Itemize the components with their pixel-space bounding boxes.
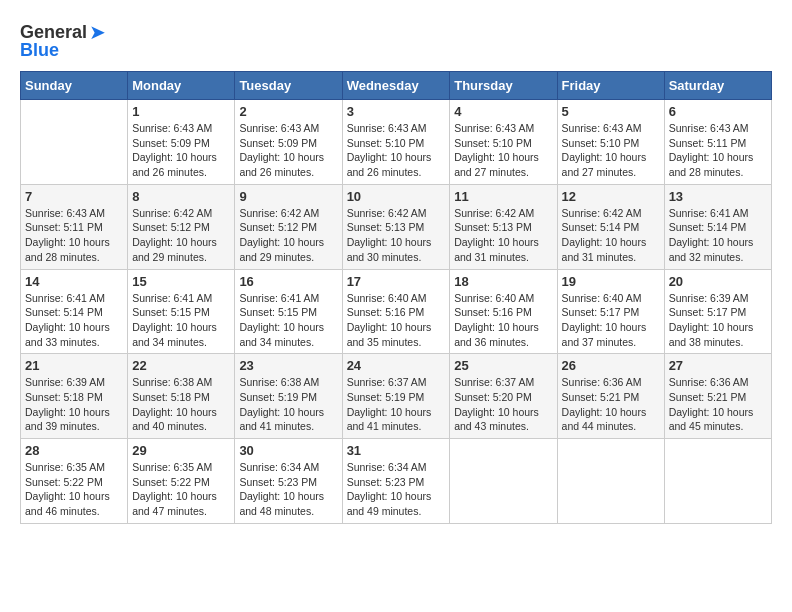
day-number: 27 — [669, 358, 767, 373]
day-info: Sunrise: 6:41 AM Sunset: 5:14 PM Dayligh… — [669, 206, 767, 265]
day-number: 18 — [454, 274, 552, 289]
calendar-cell: 9Sunrise: 6:42 AM Sunset: 5:12 PM Daylig… — [235, 184, 342, 269]
day-number: 1 — [132, 104, 230, 119]
calendar: SundayMondayTuesdayWednesdayThursdayFrid… — [20, 71, 772, 524]
day-number: 7 — [25, 189, 123, 204]
day-info: Sunrise: 6:38 AM Sunset: 5:19 PM Dayligh… — [239, 375, 337, 434]
day-number: 31 — [347, 443, 446, 458]
day-number: 14 — [25, 274, 123, 289]
day-info: Sunrise: 6:43 AM Sunset: 5:11 PM Dayligh… — [669, 121, 767, 180]
calendar-cell: 5Sunrise: 6:43 AM Sunset: 5:10 PM Daylig… — [557, 100, 664, 185]
day-number: 20 — [669, 274, 767, 289]
day-number: 3 — [347, 104, 446, 119]
day-number: 2 — [239, 104, 337, 119]
day-number: 9 — [239, 189, 337, 204]
logo-blue: Blue — [20, 40, 59, 61]
calendar-cell: 31Sunrise: 6:34 AM Sunset: 5:23 PM Dayli… — [342, 439, 450, 524]
day-info: Sunrise: 6:43 AM Sunset: 5:10 PM Dayligh… — [454, 121, 552, 180]
calendar-cell: 6Sunrise: 6:43 AM Sunset: 5:11 PM Daylig… — [664, 100, 771, 185]
day-info: Sunrise: 6:37 AM Sunset: 5:19 PM Dayligh… — [347, 375, 446, 434]
day-number: 24 — [347, 358, 446, 373]
day-info: Sunrise: 6:35 AM Sunset: 5:22 PM Dayligh… — [25, 460, 123, 519]
calendar-cell: 18Sunrise: 6:40 AM Sunset: 5:16 PM Dayli… — [450, 269, 557, 354]
calendar-cell: 30Sunrise: 6:34 AM Sunset: 5:23 PM Dayli… — [235, 439, 342, 524]
day-info: Sunrise: 6:43 AM Sunset: 5:09 PM Dayligh… — [239, 121, 337, 180]
calendar-cell: 4Sunrise: 6:43 AM Sunset: 5:10 PM Daylig… — [450, 100, 557, 185]
day-number: 15 — [132, 274, 230, 289]
day-info: Sunrise: 6:43 AM Sunset: 5:09 PM Dayligh… — [132, 121, 230, 180]
calendar-week-4: 21Sunrise: 6:39 AM Sunset: 5:18 PM Dayli… — [21, 354, 772, 439]
day-header-saturday: Saturday — [664, 72, 771, 100]
calendar-cell: 21Sunrise: 6:39 AM Sunset: 5:18 PM Dayli… — [21, 354, 128, 439]
calendar-cell: 10Sunrise: 6:42 AM Sunset: 5:13 PM Dayli… — [342, 184, 450, 269]
calendar-cell: 24Sunrise: 6:37 AM Sunset: 5:19 PM Dayli… — [342, 354, 450, 439]
day-info: Sunrise: 6:39 AM Sunset: 5:18 PM Dayligh… — [25, 375, 123, 434]
day-number: 8 — [132, 189, 230, 204]
day-header-thursday: Thursday — [450, 72, 557, 100]
calendar-week-3: 14Sunrise: 6:41 AM Sunset: 5:14 PM Dayli… — [21, 269, 772, 354]
header: General ➤ Blue — [20, 20, 772, 61]
day-number: 21 — [25, 358, 123, 373]
day-number: 10 — [347, 189, 446, 204]
calendar-cell: 7Sunrise: 6:43 AM Sunset: 5:11 PM Daylig… — [21, 184, 128, 269]
calendar-cell: 11Sunrise: 6:42 AM Sunset: 5:13 PM Dayli… — [450, 184, 557, 269]
calendar-cell — [450, 439, 557, 524]
day-info: Sunrise: 6:39 AM Sunset: 5:17 PM Dayligh… — [669, 291, 767, 350]
day-header-tuesday: Tuesday — [235, 72, 342, 100]
day-info: Sunrise: 6:43 AM Sunset: 5:10 PM Dayligh… — [347, 121, 446, 180]
day-header-wednesday: Wednesday — [342, 72, 450, 100]
day-info: Sunrise: 6:38 AM Sunset: 5:18 PM Dayligh… — [132, 375, 230, 434]
day-info: Sunrise: 6:34 AM Sunset: 5:23 PM Dayligh… — [239, 460, 337, 519]
calendar-cell: 27Sunrise: 6:36 AM Sunset: 5:21 PM Dayli… — [664, 354, 771, 439]
day-number: 23 — [239, 358, 337, 373]
day-info: Sunrise: 6:34 AM Sunset: 5:23 PM Dayligh… — [347, 460, 446, 519]
day-info: Sunrise: 6:40 AM Sunset: 5:16 PM Dayligh… — [454, 291, 552, 350]
day-header-sunday: Sunday — [21, 72, 128, 100]
day-info: Sunrise: 6:43 AM Sunset: 5:11 PM Dayligh… — [25, 206, 123, 265]
calendar-cell: 22Sunrise: 6:38 AM Sunset: 5:18 PM Dayli… — [128, 354, 235, 439]
calendar-cell: 23Sunrise: 6:38 AM Sunset: 5:19 PM Dayli… — [235, 354, 342, 439]
day-info: Sunrise: 6:41 AM Sunset: 5:14 PM Dayligh… — [25, 291, 123, 350]
day-info: Sunrise: 6:36 AM Sunset: 5:21 PM Dayligh… — [562, 375, 660, 434]
day-number: 19 — [562, 274, 660, 289]
day-info: Sunrise: 6:41 AM Sunset: 5:15 PM Dayligh… — [239, 291, 337, 350]
day-number: 29 — [132, 443, 230, 458]
day-info: Sunrise: 6:42 AM Sunset: 5:14 PM Dayligh… — [562, 206, 660, 265]
calendar-cell: 2Sunrise: 6:43 AM Sunset: 5:09 PM Daylig… — [235, 100, 342, 185]
day-info: Sunrise: 6:42 AM Sunset: 5:13 PM Dayligh… — [454, 206, 552, 265]
day-info: Sunrise: 6:43 AM Sunset: 5:10 PM Dayligh… — [562, 121, 660, 180]
logo-bird-icon: ➤ — [89, 20, 106, 44]
logo: General ➤ Blue — [20, 20, 106, 61]
day-number: 12 — [562, 189, 660, 204]
day-number: 5 — [562, 104, 660, 119]
day-info: Sunrise: 6:36 AM Sunset: 5:21 PM Dayligh… — [669, 375, 767, 434]
calendar-week-5: 28Sunrise: 6:35 AM Sunset: 5:22 PM Dayli… — [21, 439, 772, 524]
day-number: 30 — [239, 443, 337, 458]
calendar-week-2: 7Sunrise: 6:43 AM Sunset: 5:11 PM Daylig… — [21, 184, 772, 269]
calendar-cell: 14Sunrise: 6:41 AM Sunset: 5:14 PM Dayli… — [21, 269, 128, 354]
calendar-cell: 13Sunrise: 6:41 AM Sunset: 5:14 PM Dayli… — [664, 184, 771, 269]
calendar-cell — [21, 100, 128, 185]
calendar-cell: 28Sunrise: 6:35 AM Sunset: 5:22 PM Dayli… — [21, 439, 128, 524]
calendar-cell — [664, 439, 771, 524]
calendar-cell: 12Sunrise: 6:42 AM Sunset: 5:14 PM Dayli… — [557, 184, 664, 269]
calendar-cell: 15Sunrise: 6:41 AM Sunset: 5:15 PM Dayli… — [128, 269, 235, 354]
calendar-cell: 20Sunrise: 6:39 AM Sunset: 5:17 PM Dayli… — [664, 269, 771, 354]
calendar-cell: 16Sunrise: 6:41 AM Sunset: 5:15 PM Dayli… — [235, 269, 342, 354]
calendar-cell: 26Sunrise: 6:36 AM Sunset: 5:21 PM Dayli… — [557, 354, 664, 439]
day-number: 4 — [454, 104, 552, 119]
day-number: 25 — [454, 358, 552, 373]
day-number: 17 — [347, 274, 446, 289]
calendar-cell: 29Sunrise: 6:35 AM Sunset: 5:22 PM Dayli… — [128, 439, 235, 524]
day-info: Sunrise: 6:37 AM Sunset: 5:20 PM Dayligh… — [454, 375, 552, 434]
day-info: Sunrise: 6:41 AM Sunset: 5:15 PM Dayligh… — [132, 291, 230, 350]
calendar-header-row: SundayMondayTuesdayWednesdayThursdayFrid… — [21, 72, 772, 100]
day-header-monday: Monday — [128, 72, 235, 100]
day-info: Sunrise: 6:40 AM Sunset: 5:16 PM Dayligh… — [347, 291, 446, 350]
calendar-cell: 17Sunrise: 6:40 AM Sunset: 5:16 PM Dayli… — [342, 269, 450, 354]
calendar-cell: 8Sunrise: 6:42 AM Sunset: 5:12 PM Daylig… — [128, 184, 235, 269]
day-info: Sunrise: 6:42 AM Sunset: 5:12 PM Dayligh… — [239, 206, 337, 265]
day-number: 22 — [132, 358, 230, 373]
calendar-week-1: 1Sunrise: 6:43 AM Sunset: 5:09 PM Daylig… — [21, 100, 772, 185]
day-info: Sunrise: 6:42 AM Sunset: 5:12 PM Dayligh… — [132, 206, 230, 265]
